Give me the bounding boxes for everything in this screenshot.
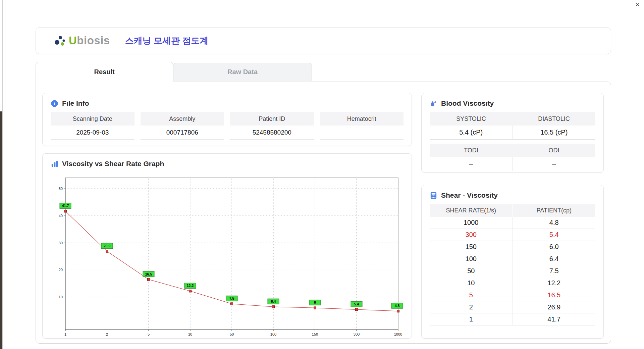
file-info-field: Hematocrit (320, 112, 404, 140)
graph-title-text: Viscosity vs Shear Rate Graph (62, 160, 164, 168)
patient-cell: 6.0 (513, 241, 596, 253)
svg-text:1: 1 (64, 332, 66, 336)
patient-cell: 7.5 (513, 265, 596, 277)
shear-table-row: 1506.0 (430, 241, 595, 253)
svg-text:41.7: 41.7 (62, 204, 69, 208)
bar-chart-icon (51, 160, 58, 168)
svg-text:5: 5 (148, 332, 150, 336)
shear-viscosity-title-text: Shear - Viscosity (441, 191, 498, 199)
svg-text:7.5: 7.5 (229, 296, 234, 300)
file-info-field: Assembly000717806 (141, 112, 224, 140)
diastolic-value: 16.5 (cP) (513, 126, 596, 139)
blood-viscosity-metrics: SYSTOLIC DIASTOLIC 5.4 (cP) 16.5 (cP) TO… (430, 112, 595, 171)
app-logo: Ubiosis (53, 34, 110, 48)
svg-text:1000: 1000 (394, 332, 402, 336)
patient-cell: 4.8 (513, 217, 596, 229)
svg-text:2: 2 (106, 332, 108, 336)
svg-text:50: 50 (59, 187, 63, 191)
field-label: Scanning Date (51, 112, 135, 126)
shear-table-row: 516.5 (430, 289, 595, 301)
shear-table-row: 3005.4 (430, 229, 595, 241)
shear-rate-cell: 2 (430, 301, 513, 313)
patient-cell: 6.4 (513, 253, 596, 265)
patient-cell: 5.4 (513, 229, 596, 241)
svg-text:50: 50 (230, 332, 234, 336)
odi-label: ODI (513, 144, 595, 157)
file-info-title: i File Info (43, 93, 412, 107)
shear-table-body: 10004.83005.41506.01006.4507.51012.2516.… (430, 217, 595, 326)
field-label: Hematocrit (320, 112, 404, 126)
page-title: 스캐닝 모세관 점도계 (125, 35, 208, 47)
shear-rate-column-header: SHEAR RATE(1/s) (430, 204, 513, 217)
shear-rate-cell: 1000 (430, 217, 513, 229)
field-value: 000717806 (141, 126, 224, 140)
file-info-title-text: File Info (62, 99, 89, 107)
patient-cell: 41.7 (513, 313, 596, 325)
svg-text:26.9: 26.9 (104, 244, 111, 248)
svg-text:12.2: 12.2 (187, 284, 194, 288)
shear-rate-cell: 1 (430, 313, 513, 325)
svg-text:40: 40 (59, 214, 63, 218)
patient-cell: 12.2 (513, 277, 596, 289)
shear-viscosity-card: Shear - Viscosity SHEAR RATE(1/s) PATIEN… (421, 185, 604, 339)
viscosity-chart: 12510501001503001000102030405041.726.916… (51, 174, 404, 337)
calculator-icon (430, 192, 437, 199)
field-label: Assembly (141, 112, 224, 126)
svg-text:150: 150 (312, 332, 318, 336)
patient-column-header: PATIENT(cp) (513, 204, 596, 217)
diastolic-label: DIASTOLIC (513, 112, 595, 126)
patient-cell: 16.5 (513, 289, 596, 301)
svg-text:5.4: 5.4 (354, 302, 359, 306)
file-info-fields: Scanning Date2025-09-03Assembly000717806… (51, 112, 404, 140)
file-info-card: i File Info Scanning Date2025-09-03Assem… (42, 93, 412, 146)
shear-rate-cell: 150 (430, 241, 513, 253)
shear-viscosity-title: Shear - Viscosity (422, 185, 603, 199)
shear-table-header: SHEAR RATE(1/s) PATIENT(cp) (430, 204, 595, 217)
shear-table-row: 141.7 (430, 313, 595, 326)
shear-table-row: 1012.2 (430, 277, 595, 289)
shear-table-row: 226.9 (430, 301, 595, 313)
blood-viscosity-title-text: Blood Viscosity (441, 99, 494, 107)
droplet-icon (430, 100, 437, 107)
close-icon[interactable]: × (636, 1, 639, 8)
todi-label: TODI (430, 144, 513, 157)
field-value: 2025-09-03 (51, 126, 135, 140)
svg-text:20: 20 (59, 268, 63, 272)
file-info-field: Patient ID52458580200 (230, 112, 314, 140)
systolic-value: 5.4 (cP) (430, 126, 513, 139)
app-header: Ubiosis 스캐닝 모세관 점도계 (36, 27, 611, 54)
graph-card: Viscosity vs Shear Rate Graph 1251050100… (42, 153, 412, 339)
blood-viscosity-card: Blood Viscosity SYSTOLIC DIASTOLIC 5.4 (… (421, 93, 604, 173)
info-icon: i (51, 100, 58, 107)
svg-text:10: 10 (188, 332, 192, 336)
svg-text:10: 10 (59, 295, 63, 299)
shear-table-row: 507.5 (430, 265, 595, 277)
todi-value: – (430, 157, 513, 171)
metric-header-row: TODI ODI (430, 144, 595, 157)
logo-letter-u: U (69, 34, 77, 47)
field-value: 52458580200 (230, 126, 314, 140)
shear-rate-cell: 10 (430, 277, 513, 289)
svg-text:6: 6 (314, 300, 316, 304)
metric-header-row: SYSTOLIC DIASTOLIC (430, 112, 595, 126)
svg-text:300: 300 (354, 332, 360, 336)
shear-rate-cell: 5 (430, 289, 513, 301)
shear-table-row: 1006.4 (430, 253, 595, 265)
app-window: × Ubiosis 스캐닝 모세관 점도계 Result Raw Data i … (2, 0, 644, 349)
shear-rate-cell: 100 (430, 253, 513, 265)
blood-viscosity-title: Blood Viscosity (422, 93, 603, 107)
shear-table-row: 10004.8 (430, 217, 595, 229)
shear-rate-cell: 300 (430, 229, 513, 241)
logo-mark-icon (53, 34, 67, 48)
desktop-edge (0, 111, 2, 349)
field-value (320, 126, 404, 140)
graph-title: Viscosity vs Shear Rate Graph (43, 154, 412, 168)
tab-raw-data[interactable]: Raw Data (173, 63, 312, 81)
tab-result[interactable]: Result (36, 62, 173, 82)
svg-text:30: 30 (59, 241, 63, 245)
svg-text:16.5: 16.5 (145, 272, 152, 276)
logo-rest: biosis (77, 34, 110, 47)
systolic-label: SYSTOLIC (430, 112, 513, 126)
svg-text:i: i (54, 101, 55, 106)
patient-cell: 26.9 (513, 301, 596, 313)
